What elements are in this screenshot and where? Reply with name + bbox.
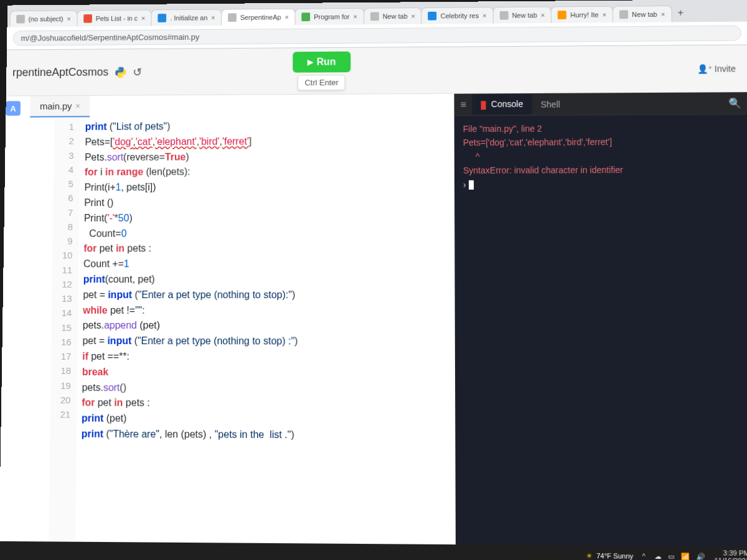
browser-tab[interactable]: Celebrity res× [421, 7, 494, 24]
favicon-icon [428, 12, 437, 21]
tab-label: . Initialize an [170, 14, 207, 22]
browser-tab[interactable]: (no subject)× [9, 10, 77, 27]
python-icon [115, 66, 127, 78]
browser-tab[interactable]: Program for× [295, 8, 364, 25]
close-icon[interactable]: × [603, 11, 607, 19]
favicon-icon [558, 11, 566, 19]
code-line[interactable]: Pets=['dog','cat','elephant','bird','fer… [85, 134, 298, 150]
run-button[interactable]: Run [293, 52, 350, 73]
error-code-line: Pets=['dog','cat','elephant','bird','fer… [463, 135, 741, 150]
close-icon[interactable]: × [141, 14, 145, 22]
code-line[interactable]: for pet in pets : [83, 241, 298, 257]
line-number: 21 [60, 407, 71, 421]
browser-chrome: (no subject)×Pets List - in c×. Initiali… [7, 0, 747, 50]
line-number: 11 [62, 263, 73, 277]
code-line[interactable]: Count +=1 [83, 256, 298, 272]
code-line[interactable]: pet = input ("Enter a pet type (nothing … [83, 287, 298, 303]
close-icon[interactable]: × [482, 12, 486, 19]
volume-icon[interactable]: 🔊 [696, 553, 705, 560]
battery-icon[interactable]: ▭ [668, 552, 674, 560]
browser-tab[interactable]: New tab× [613, 6, 672, 22]
weather-text: 74°F Sunny [596, 552, 633, 560]
close-icon[interactable]: × [661, 11, 665, 18]
repl-name: rpentineAptCosmos [12, 66, 109, 79]
code-line[interactable]: pets.sort() [82, 380, 298, 396]
code-editor[interactable]: 123456789101112131415161718192021 print … [0, 115, 456, 544]
console-pane: ≡ Console Shell 🔍 File "main.py", line 2… [454, 92, 747, 546]
code-line[interactable]: break [82, 365, 298, 381]
line-number: 16 [61, 335, 72, 349]
cursor-icon [469, 180, 474, 190]
line-number: 9 [62, 234, 73, 248]
wifi-icon[interactable]: 📶 [680, 552, 690, 560]
code-line[interactable]: for i in range (len(pets): [85, 164, 299, 180]
browser-tab[interactable]: New tab× [492, 6, 552, 23]
tab-console[interactable]: Console [472, 94, 532, 114]
sun-icon: ☀ [586, 551, 593, 560]
run-shortcut-hint: Ctrl Enter [298, 75, 345, 90]
browser-tab[interactable]: Hurry! Ite× [551, 6, 613, 23]
undo-icon[interactable]: ↺ [133, 65, 142, 79]
code-line[interactable]: Count=0 [83, 226, 298, 241]
code-line[interactable]: print (pet) [82, 411, 298, 427]
sidebar-toggle-icon[interactable]: ≡ [454, 94, 472, 115]
code-line[interactable]: for pet in pets : [82, 396, 298, 412]
code-line[interactable]: Print(i+1, pets[i]) [84, 180, 298, 196]
clock-date: 11/16/2021 [714, 557, 747, 560]
line-number: 18 [60, 363, 71, 378]
code-line[interactable]: Pets.sort(reverse=True) [85, 149, 298, 166]
clock-time: 3:39 PM [714, 549, 747, 557]
code-line[interactable]: print(count, pet) [83, 272, 298, 287]
line-number: 14 [62, 306, 72, 320]
code-line[interactable]: pet = input ("Enter a pet type (nothing … [82, 334, 298, 349]
favicon-icon [301, 12, 310, 21]
address-bar[interactable]: m/@Joshuacofield/SerpentineAptCosmos#mai… [13, 26, 741, 46]
tab-shell[interactable]: Shell [532, 94, 569, 114]
tab-label: Hurry! Ite [570, 11, 598, 19]
close-icon[interactable]: × [411, 12, 415, 20]
code-content[interactable]: print ("List of pets")Pets=['dog','cat',… [75, 116, 304, 544]
user-badge: A [6, 101, 21, 116]
error-caret-line: ^ [463, 149, 741, 164]
close-icon[interactable]: × [75, 101, 80, 111]
close-icon[interactable]: × [211, 14, 215, 21]
code-line[interactable]: while pet !="": [83, 303, 298, 319]
error-file-line: File "main.py", line 2 [463, 121, 741, 136]
tab-label: New tab [383, 12, 408, 20]
tab-label: New tab [512, 11, 537, 19]
browser-tab[interactable]: Pets List - in c× [77, 9, 152, 26]
code-line[interactable]: if pet ==**: [82, 349, 298, 365]
line-number: 2 [63, 134, 74, 148]
taskbar-clock[interactable]: 3:39 PM 11/16/2021 [714, 549, 747, 560]
tab-label: New tab [632, 11, 657, 18]
code-line[interactable]: print ("Thère are", len (pets) , "pets i… [82, 426, 298, 442]
code-line[interactable]: Print () [84, 195, 298, 210]
console-prompt[interactable]: › [463, 177, 741, 192]
browser-tab[interactable]: SerpentineAp× [221, 9, 295, 26]
line-number: 1 [64, 119, 75, 134]
browser-tab[interactable]: New tab× [364, 7, 422, 24]
tab-label: SerpentineAp [240, 14, 281, 21]
new-tab-button[interactable]: + [671, 4, 690, 22]
close-icon[interactable]: × [67, 15, 70, 22]
cloud-icon[interactable]: ☁ [654, 552, 661, 560]
error-message: SyntaxError: invalid character in identi… [463, 162, 741, 177]
system-tray[interactable]: ☁ ▭ 📶 🔊 [654, 552, 705, 560]
chevron-up-icon[interactable]: ^ [642, 553, 646, 560]
close-icon[interactable]: × [354, 13, 357, 21]
browser-tab[interactable]: . Initialize an× [151, 9, 222, 26]
console-output[interactable]: File "main.py", line 2 Pets=['dog','cat'… [454, 114, 747, 546]
file-tab-main[interactable]: main.py × [30, 96, 90, 118]
code-line[interactable]: Print('-'*50) [84, 210, 298, 226]
close-icon[interactable]: × [284, 14, 288, 21]
favicon-icon [228, 13, 237, 22]
code-line[interactable]: print ("List of pets") [85, 119, 299, 135]
close-icon[interactable]: × [541, 11, 545, 19]
line-number: 17 [61, 349, 72, 363]
line-number: 15 [61, 320, 72, 334]
weather-widget[interactable]: ☀ 74°F Sunny [586, 551, 634, 560]
invite-button[interactable]: Invite [690, 61, 742, 76]
search-icon[interactable]: 🔍 [721, 92, 747, 114]
code-line[interactable]: pets.append (pet) [83, 318, 298, 334]
favicon-icon [16, 15, 25, 24]
